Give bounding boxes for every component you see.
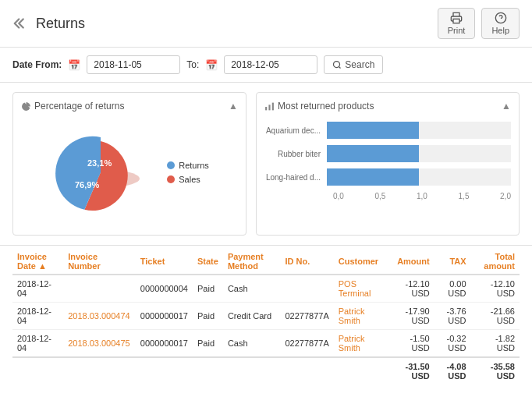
pie-legend: Returns Sales [167, 161, 209, 184]
cell-payment-method: Cash [223, 330, 281, 358]
bar-icon [264, 101, 275, 112]
cell-state: Paid [193, 303, 223, 330]
bar-row-rubber: Rubber biter [264, 145, 511, 162]
bar-label-longhaired: Long-haired d... [264, 173, 327, 182]
cell-invoice-number [63, 275, 136, 303]
bar-row-aquarium: Aquarium dec... [264, 122, 511, 139]
toolbar: Date From: 📅 To: 📅 Search [0, 48, 532, 83]
pie-chart-title: Percentage of returns [21, 101, 124, 112]
table-header-row: Invoice Date ▲ Invoice Number Ticket Sta… [12, 246, 520, 275]
cell-payment-method: Credit Card [223, 303, 281, 330]
col-customer[interactable]: Customer [334, 246, 388, 275]
date-from-label: Date From: [12, 59, 62, 70]
total-total-amount: -35.58 USD [471, 357, 520, 385]
bar-x-axis: 0,0 0,5 1,0 1,5 2,0 [264, 192, 511, 200]
col-tax[interactable]: TAX [434, 246, 471, 275]
pie-area: 23,1% 76,9% Returns Sales [21, 118, 238, 227]
cell-id-no: 02277877A [280, 303, 333, 330]
cell-amount: -12.10 USD [388, 275, 434, 303]
bar-chart-collapse[interactable]: ▲ [502, 101, 511, 112]
table-area: Invoice Date ▲ Invoice Number Ticket Sta… [0, 246, 532, 397]
calendar-to-icon: 📅 [205, 59, 218, 71]
svg-rect-8 [272, 102, 274, 110]
pie-chart-panel: Percentage of returns ▲ 23,1% 76,9% [12, 92, 246, 236]
cell-total-amount: -1.82 USD [471, 330, 520, 358]
bar-row-longhaired: Long-haired d... [264, 168, 511, 186]
svg-rect-10 [265, 107, 267, 110]
cell-invoice-date: 2018-12-04 [12, 303, 63, 330]
col-total-amount[interactable]: Total amount [471, 246, 520, 275]
pie-chart-collapse[interactable]: ▲ [229, 101, 238, 112]
search-icon [332, 60, 342, 69]
search-label: Search [345, 59, 374, 70]
header-actions: Print Help [438, 8, 520, 39]
cell-invoice-number[interactable]: 2018.03.000475 [63, 330, 136, 358]
col-id-no[interactable]: ID No. [280, 246, 333, 275]
page-title: Returns [36, 16, 85, 32]
help-button[interactable]: Help [481, 8, 520, 39]
cell-customer[interactable]: POS Terminal [334, 275, 388, 303]
svg-line-4 [339, 66, 341, 68]
print-button[interactable]: Print [438, 8, 476, 39]
cell-customer[interactable]: Patrick Smith [334, 303, 388, 330]
sales-dot [167, 175, 175, 183]
cell-id-no [280, 275, 333, 303]
print-icon [450, 12, 463, 24]
table-total-row: -31.50 USD -4.08 USD -35.58 USD [12, 357, 520, 385]
cell-ticket: 0000000004 [136, 275, 193, 303]
charts-area: Percentage of returns ▲ 23,1% 76,9% [0, 83, 532, 246]
print-label: Print [448, 26, 466, 35]
bar-fill-aquarium [327, 122, 419, 139]
pie-svg: 23,1% 76,9% [50, 126, 151, 219]
back-icon[interactable] [12, 15, 30, 32]
help-icon [495, 12, 507, 24]
total-amount: -31.50 USD [388, 357, 434, 385]
svg-rect-9 [268, 105, 270, 110]
table-row: 2018-12-04 2018.03.000475 0000000017 Pai… [12, 330, 520, 358]
bar-chart-title: Most returned products [264, 101, 374, 112]
search-button[interactable]: Search [324, 55, 383, 74]
page-header: Returns Print Help [0, 0, 532, 48]
bar-fill-longhaired [327, 168, 419, 186]
cell-state: Paid [193, 275, 223, 303]
total-spacer [12, 357, 388, 385]
table-row: 2018-12-04 2018.03.000474 0000000017 Pai… [12, 303, 520, 330]
total-tax: -4.08 USD [434, 357, 471, 385]
legend-returns: Returns [167, 161, 209, 170]
cell-tax: -0.32 USD [434, 330, 471, 358]
table-row: 2018-12-04 0000000004 Paid Cash POS Term… [12, 275, 520, 303]
col-state[interactable]: State [193, 246, 223, 275]
col-ticket[interactable]: Ticket [136, 246, 193, 275]
bar-label-aquarium: Aquarium dec... [264, 126, 327, 135]
bar-track-rubber [327, 145, 511, 162]
col-amount[interactable]: Amount [388, 246, 434, 275]
cell-ticket: 0000000017 [136, 303, 193, 330]
bar-track-longhaired [327, 168, 511, 186]
returns-dot [167, 161, 175, 169]
col-invoice-date[interactable]: Invoice Date ▲ [12, 246, 63, 275]
cell-invoice-number[interactable]: 2018.03.000474 [63, 303, 136, 330]
cell-tax: -3.76 USD [434, 303, 471, 330]
calendar-from-icon: 📅 [68, 59, 80, 71]
bar-chart-header: Most returned products ▲ [264, 101, 511, 112]
date-to-input[interactable] [224, 55, 317, 74]
cell-amount: -17.90 USD [388, 303, 434, 330]
cell-total-amount: -21.66 USD [471, 303, 520, 330]
svg-text:76,9%: 76,9% [75, 180, 99, 190]
cell-total-amount: -12.10 USD [471, 275, 520, 303]
cell-invoice-date: 2018-12-04 [12, 275, 63, 303]
header-left: Returns [12, 15, 85, 32]
returns-table: Invoice Date ▲ Invoice Number Ticket Sta… [12, 246, 520, 385]
bar-chart-panel: Most returned products ▲ Aquarium dec...… [256, 92, 520, 236]
cell-tax: 0.00 USD [434, 275, 471, 303]
help-label: Help [491, 26, 509, 35]
pie-chart-header: Percentage of returns ▲ [21, 101, 238, 112]
cell-payment-method: Cash [223, 275, 281, 303]
cell-id-no: 02277877A [280, 330, 333, 358]
date-from-input[interactable] [87, 55, 180, 74]
cell-state: Paid [193, 330, 223, 358]
cell-amount: -1.50 USD [388, 330, 434, 358]
cell-customer[interactable]: Patrick Smith [334, 330, 388, 358]
col-payment-method[interactable]: Payment Method [223, 246, 281, 275]
col-invoice-number[interactable]: Invoice Number [63, 246, 136, 275]
